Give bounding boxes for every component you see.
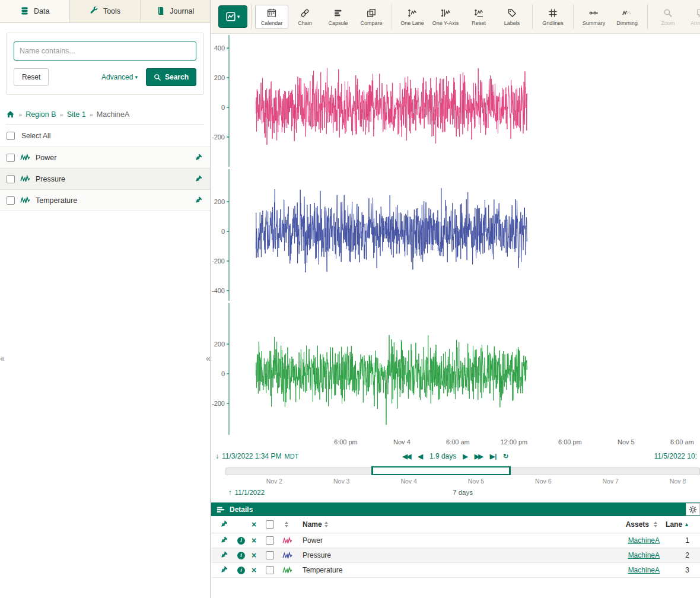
pin-column-icon[interactable] [219,520,228,529]
signal-list-item[interactable]: Pressure [0,168,210,190]
capsule-icon [333,8,343,18]
toolbar-button-one-lane[interactable]: One Lane [396,5,429,29]
svg-text:-200: -200 [212,133,225,141]
pin-icon[interactable] [194,175,202,183]
info-icon[interactable]: i [237,552,245,559]
select-all-checkbox[interactable] [7,132,15,140]
row-checkbox[interactable] [266,566,274,574]
wrench-icon [90,7,98,15]
column-header-name[interactable]: Name [303,520,322,529]
refresh-icon[interactable]: ↻ [503,453,508,460]
fast-forward-button[interactable]: ▶▶ [475,453,483,460]
view-mode-dropdown[interactable]: ▾ [218,5,247,28]
signal-checkbox[interactable] [7,154,15,162]
trend-chart-icon [226,12,236,21]
sort-icon[interactable] [324,521,328,527]
asset-link[interactable]: MachineA [628,536,660,545]
asset-link[interactable]: MachineA [628,566,660,574]
tab-journal[interactable]: Journal [141,0,210,22]
row-signal-name[interactable]: Power [303,536,588,545]
info-icon[interactable]: i [237,537,245,545]
row-checkbox[interactable] [266,551,274,559]
x-axis-tick: 12:00 pm [500,438,527,446]
toolbar-button-zoom: Zoom [651,5,685,29]
remove-all-icon[interactable]: × [252,520,256,529]
tag-icon [507,8,517,18]
breadcrumb-region[interactable]: Region B [26,110,56,119]
trend-lane-pressure[interactable]: 2000-200-400 [211,168,700,302]
breadcrumb-site[interactable]: Site 1 [67,110,86,119]
pin-icon[interactable] [219,551,228,559]
details-table-header: × Name Assets Lane ▲ [211,516,700,533]
column-header-lane[interactable]: Lane [666,520,682,529]
display-range-end[interactable]: 11/5/2022 10: [654,452,697,460]
remove-icon[interactable]: × [252,566,256,574]
scrubber-selection-window[interactable] [371,466,511,475]
trend-lane-temperature[interactable]: 2000-200 [211,302,700,436]
tab-tools[interactable]: Tools [70,0,140,22]
investigate-range-start[interactable]: ↑ 11/1/2022 [228,489,265,496]
calendar-icon [267,8,276,18]
remove-icon[interactable]: × [252,551,256,559]
scrubber-date-tick: Nov 8 [670,478,686,485]
toolbar-button-summary[interactable]: Summary [577,5,610,29]
info-icon[interactable]: i [237,567,245,574]
toolbar-button-dimming[interactable]: Dimming [610,5,644,29]
toolbar-button-calendar[interactable]: Calendar [255,5,288,29]
step-back-button[interactable]: ◀ [418,453,422,460]
column-header-assets[interactable]: Assets [626,520,649,529]
signal-list-item[interactable]: Power [0,147,210,168]
pin-icon[interactable] [194,154,202,162]
investigate-range-span[interactable]: 7 days [453,489,473,496]
gridlines-icon [548,8,558,18]
scrubber-date-tick: Nov 6 [535,478,551,485]
trend-lane-power[interactable]: 4002000-200 [211,34,700,168]
signal-icon [20,154,30,161]
remove-icon[interactable]: × [252,536,256,545]
signal-icon [20,175,30,183]
toolbar-button-reset[interactable]: Reset [462,5,495,29]
details-settings-button[interactable] [686,503,700,516]
display-range-start[interactable]: ↓ 11/3/2022 1:34 PM MDT [215,452,298,460]
row-signal-name[interactable]: Pressure [303,551,588,559]
book-icon [156,7,165,15]
reset-button[interactable]: Reset [14,68,49,86]
signal-checkbox[interactable] [7,175,15,183]
pin-icon[interactable] [219,536,228,545]
step-forward-button[interactable]: ▶ [463,453,467,460]
search-input[interactable] [14,42,196,61]
toolbar-button-capsule[interactable]: Capsule [322,5,355,29]
scrubber-track[interactable] [225,467,700,475]
row-checkbox[interactable] [266,536,274,545]
sidebar: Data Tools Journal Reset Advanced ▾ Sear… [0,0,211,598]
advanced-toggle[interactable]: Advanced ▾ [101,73,138,81]
collapse-panel-handle[interactable]: « [0,354,5,363]
pin-icon[interactable] [219,566,228,574]
sort-icon[interactable] [285,521,288,527]
collapse-sidebar-handle[interactable]: « [206,354,211,363]
annotate-icon [696,8,700,18]
scrubber-info-row: ↑ 11/1/2022 7 days [225,487,700,498]
home-icon[interactable] [6,110,15,119]
toolbar-button-compare[interactable]: Compare [355,5,388,29]
row-lane-number: 2 [660,551,694,559]
details-panel: Details × Name Assets Lane ▲ [211,502,700,578]
search-button[interactable]: Search [146,68,196,86]
pin-icon[interactable] [194,196,202,205]
asset-link[interactable]: MachineA [628,551,660,559]
rewind-button[interactable]: ◀◀ [403,453,412,460]
zoom-icon [663,8,673,18]
details-select-all-checkbox[interactable] [266,520,274,529]
duration-label[interactable]: 1.9 days [429,452,456,460]
toolbar-button-labels[interactable]: Labels [495,5,529,29]
signal-checkbox[interactable] [7,196,15,205]
step-to-end-button[interactable]: ▶| [490,453,497,460]
tab-data[interactable]: Data [0,0,70,22]
row-signal-name[interactable]: Temperature [303,566,588,574]
details-title: Details [230,505,253,514]
sort-icon[interactable] [654,521,657,527]
toolbar-button-one-y-axis[interactable]: One Y-Axis [429,5,462,29]
signal-list-item[interactable]: Temperature [0,190,210,211]
toolbar-button-chain[interactable]: Chain [288,5,322,29]
toolbar-button-gridlines[interactable]: Gridlines [536,5,569,29]
